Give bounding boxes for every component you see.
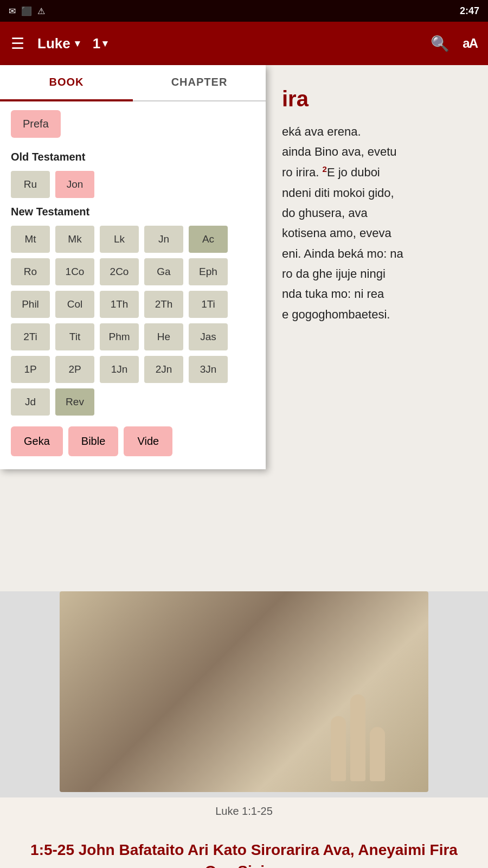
search-icon[interactable]: 🔍 [431, 35, 450, 53]
book-lk[interactable]: Lk [100, 226, 139, 253]
chapter-selector[interactable]: 1 ▾ [93, 35, 107, 52]
image-caption: Luke 1:1-25 [0, 797, 488, 823]
book-mk[interactable]: Mk [55, 226, 94, 253]
book-jn[interactable]: Jn [144, 226, 183, 253]
book-1jn[interactable]: 1Jn [100, 356, 139, 383]
tab-bar: BOOK CHAPTER [0, 65, 266, 101]
book-2th[interactable]: 2Th [144, 291, 183, 318]
book-mt[interactable]: Mt [11, 226, 50, 253]
chapter-number: 1 [93, 35, 100, 52]
text-partial: eká ava erena. ainda Bino ava, evetu ro … [282, 122, 461, 324]
top-bar-left: ☰ Luke ▾ 1 ▾ [11, 35, 107, 53]
scroll-2 [350, 694, 365, 781]
new-testament-label: New Testament [11, 206, 255, 218]
book-jon[interactable]: Jon [55, 171, 94, 198]
top-bar-right: 🔍 aA [431, 35, 477, 53]
book-he[interactable]: He [144, 323, 183, 350]
book-phm[interactable]: Phm [100, 323, 139, 350]
scroll-3 [370, 727, 385, 781]
mail-icon: ✉ [9, 6, 16, 16]
geka-button[interactable]: Geka [11, 426, 63, 456]
vide-button[interactable]: Vide [124, 426, 172, 456]
article-title: 1:5-25 John Bafataito Ari Kato Sirorarir… [27, 839, 461, 868]
book-1p[interactable]: 1P [11, 356, 50, 383]
book-eph[interactable]: Eph [189, 258, 228, 285]
tab-chapter[interactable]: CHAPTER [133, 65, 266, 100]
scroll-1 [331, 716, 346, 781]
image-section: Luke 1:1-25 [0, 591, 488, 823]
prefa-button[interactable]: Prefa [11, 110, 61, 138]
new-testament-grid: Mt Mk Lk Jn Ac Ro 1Co 2Co Ga Eph Phil Co… [11, 226, 255, 416]
status-time: 2:47 [460, 5, 479, 17]
tab-book[interactable]: BOOK [0, 65, 133, 101]
book-chapter-dropdown: BOOK CHAPTER Prefa Old Testament Ru Jon … [0, 65, 266, 469]
article-image [60, 591, 428, 792]
book-tit[interactable]: Tit [55, 323, 94, 350]
title-partial: ira [282, 81, 461, 116]
action-buttons: Geka Bible Vide [11, 426, 255, 456]
book-rev[interactable]: Rev [55, 388, 94, 416]
status-bar: ✉ ⬛ ⚠ 2:47 [0, 0, 488, 22]
book-2co[interactable]: 2Co [100, 258, 139, 285]
photo-icon: ⬛ [21, 6, 32, 16]
book-name: Luke [37, 35, 70, 52]
chapter-dropdown-arrow: ▾ [102, 37, 107, 49]
book-2ti[interactable]: 2Ti [11, 323, 50, 350]
old-testament-label: Old Testament [11, 151, 255, 163]
book-1co[interactable]: 1Co [55, 258, 94, 285]
book-ac[interactable]: Ac [189, 226, 228, 253]
book-3jn[interactable]: 3Jn [189, 356, 228, 383]
book-jd[interactable]: Jd [11, 388, 50, 416]
book-1ti[interactable]: 1Ti [189, 291, 228, 318]
book-ga[interactable]: Ga [144, 258, 183, 285]
book-list-content: Prefa Old Testament Ru Jon New Testament… [0, 101, 266, 469]
bible-button[interactable]: Bible [68, 426, 118, 456]
status-icons: ✉ ⬛ ⚠ [9, 6, 45, 16]
book-ro[interactable]: Ro [11, 258, 50, 285]
book-selector[interactable]: Luke ▾ [37, 35, 80, 52]
book-2jn[interactable]: 2Jn [144, 356, 183, 383]
book-dropdown-arrow: ▾ [75, 37, 80, 49]
article-section: 1:5-25 John Bafataito Ari Kato Sirorarir… [0, 823, 488, 868]
book-1th[interactable]: 1Th [100, 291, 139, 318]
book-col[interactable]: Col [55, 291, 94, 318]
book-ru[interactable]: Ru [11, 171, 50, 198]
old-testament-grid: Ru Jon [11, 171, 255, 198]
font-size-icon[interactable]: aA [463, 36, 477, 51]
top-bar: ☰ Luke ▾ 1 ▾ 🔍 aA [0, 22, 488, 65]
warning-icon: ⚠ [37, 6, 45, 16]
book-jas[interactable]: Jas [189, 323, 228, 350]
book-2p[interactable]: 2P [55, 356, 94, 383]
hamburger-menu[interactable]: ☰ [11, 35, 24, 53]
book-phil[interactable]: Phil [11, 291, 50, 318]
scroll-decoration [331, 694, 385, 781]
